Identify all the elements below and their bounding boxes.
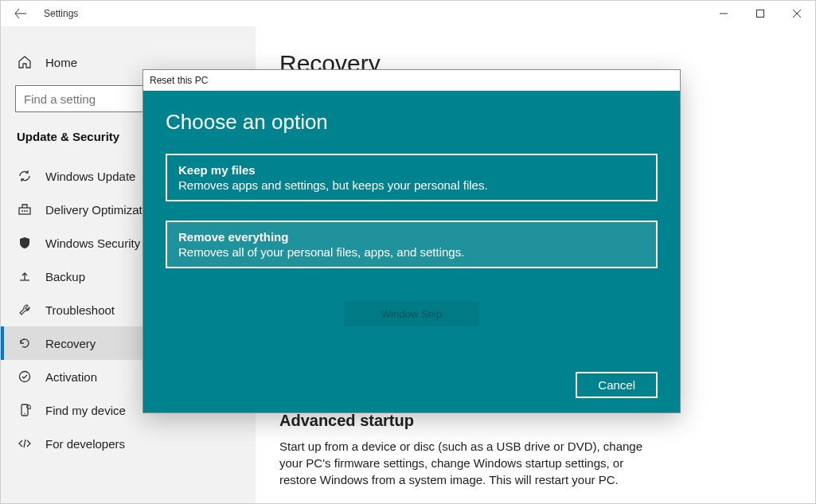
troubleshoot-icon — [17, 303, 33, 317]
recovery-icon — [17, 336, 33, 350]
option-title: Keep my files — [178, 163, 645, 177]
dialog-heading: Choose an option — [166, 110, 658, 135]
sidebar-item-label: Find my device — [45, 404, 126, 417]
svg-rect-0 — [757, 10, 764, 18]
window-snip-overlay: Window Snip — [344, 301, 479, 326]
sidebar-item-label: Windows Update — [45, 170, 135, 183]
dialog-title: Reset this PC — [143, 70, 680, 91]
sync-icon — [17, 169, 33, 183]
backup-icon — [17, 269, 33, 283]
settings-window: Settings Home Up — [0, 0, 816, 504]
option-desc: Removes all of your personal files, apps… — [178, 245, 645, 259]
cancel-button[interactable]: Cancel — [576, 372, 658, 398]
option-remove-everything[interactable]: Remove everything Removes all of your pe… — [166, 221, 658, 268]
sidebar-home-label: Home — [45, 56, 77, 69]
sidebar-item-label: Troubleshoot — [45, 303, 115, 317]
svg-point-5 — [24, 413, 25, 414]
sidebar-item-for-developers[interactable]: For developers — [1, 427, 256, 460]
sidebar-item-label: Activation — [45, 370, 97, 384]
window-title: Settings — [41, 8, 78, 19]
developers-icon — [17, 436, 33, 451]
option-desc: Removes apps and settings, but keeps you… — [178, 178, 645, 192]
advanced-startup-body: Start up from a device or disc (such as … — [279, 438, 646, 488]
minimize-button[interactable] — [705, 1, 742, 26]
sidebar-item-label: Windows Security — [45, 236, 140, 250]
reset-pc-dialog: Reset this PC Choose an option Keep my f… — [143, 69, 681, 413]
find-device-icon — [17, 403, 33, 417]
titlebar: Settings — [1, 1, 815, 26]
sidebar-item-label: Recovery — [45, 337, 96, 350]
activation-icon — [17, 369, 33, 384]
maximize-button[interactable] — [742, 1, 779, 26]
option-title: Remove everything — [178, 230, 645, 244]
dialog-body: Choose an option Keep my files Removes a… — [143, 91, 680, 412]
sidebar-item-label: Backup — [45, 270, 85, 283]
option-keep-my-files[interactable]: Keep my files Removes apps and settings,… — [166, 154, 658, 201]
shield-icon — [17, 236, 33, 250]
delivery-icon — [17, 202, 33, 217]
sidebar-item-label: For developers — [45, 437, 125, 451]
advanced-startup-heading: Advanced startup — [279, 412, 791, 430]
sidebar-item-label: Delivery Optimization — [45, 203, 158, 217]
svg-point-3 — [20, 372, 30, 382]
home-icon — [17, 55, 33, 69]
back-button[interactable] — [1, 1, 41, 26]
close-button[interactable] — [779, 1, 815, 26]
